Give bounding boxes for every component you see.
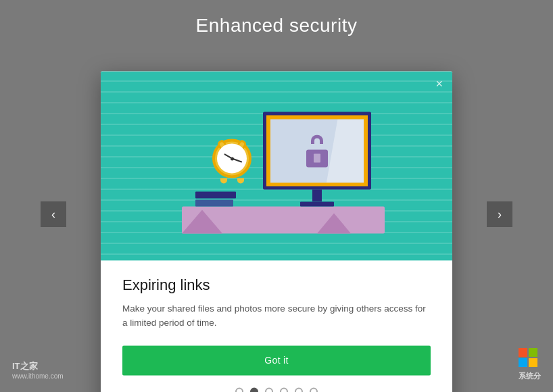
page-title: Enhanced security [196, 15, 358, 36]
books-stack [195, 191, 236, 206]
prev-arrow[interactable]: ‹ [41, 201, 66, 227]
illustration [162, 91, 391, 240]
clock-feet [215, 178, 249, 183]
clock-foot-left [220, 178, 227, 183]
dot-1[interactable] [235, 387, 243, 392]
dot-5[interactable] [295, 387, 303, 392]
lock-icon [306, 134, 328, 167]
next-arrow[interactable]: › [487, 201, 512, 227]
content-area: ‹ × [0, 36, 553, 392]
watermark-right: 系统分 [519, 348, 541, 381]
lock-shackle [311, 134, 323, 144]
modal-dialog: × [101, 71, 452, 392]
dot-2[interactable] [250, 387, 258, 392]
svg-rect-2 [519, 358, 527, 367]
left-chevron-icon: ‹ [51, 207, 55, 222]
book-2 [195, 199, 233, 206]
monitor-inner [270, 119, 364, 182]
modal-image-area: × [101, 71, 452, 260]
background-overlay: Enhanced security ‹ × [0, 0, 553, 392]
svg-rect-3 [529, 358, 537, 367]
watermark-left-logo: IT之家 [12, 360, 64, 372]
monitor-stand [312, 189, 322, 201]
svg-rect-0 [519, 348, 527, 357]
right-chevron-icon: › [498, 207, 502, 222]
close-button[interactable]: × [435, 78, 443, 90]
monitor-base [300, 201, 334, 206]
monitor-screen-wrapper [263, 112, 371, 189]
modal-title: Expiring links [122, 276, 431, 294]
dot-4[interactable] [280, 387, 288, 392]
watermark-right-label: 系统分 [519, 371, 541, 381]
modal-content: Expiring links Make your shared files an… [101, 260, 452, 392]
watermark-left-url: www.ithome.com [12, 372, 64, 380]
svg-rect-1 [529, 348, 537, 357]
modal-description: Make your shared files and photos more s… [122, 302, 431, 330]
windows-logo-icon [519, 348, 539, 368]
dot-3[interactable] [265, 387, 273, 392]
clock-body [212, 139, 251, 178]
triangle-left-decor [182, 210, 222, 233]
dot-6[interactable] [310, 387, 318, 392]
monitor [263, 112, 371, 206]
clock-face [217, 143, 247, 173]
triangle-right-decor [317, 213, 351, 233]
pagination-dots [122, 387, 431, 392]
lock-body [306, 149, 328, 167]
clock-foot-right [237, 178, 244, 183]
watermark-left: IT之家 www.ithome.com [12, 360, 64, 380]
got-it-button[interactable]: Got it [122, 345, 431, 375]
alarm-clock [208, 139, 256, 193]
clock-center [231, 157, 234, 160]
